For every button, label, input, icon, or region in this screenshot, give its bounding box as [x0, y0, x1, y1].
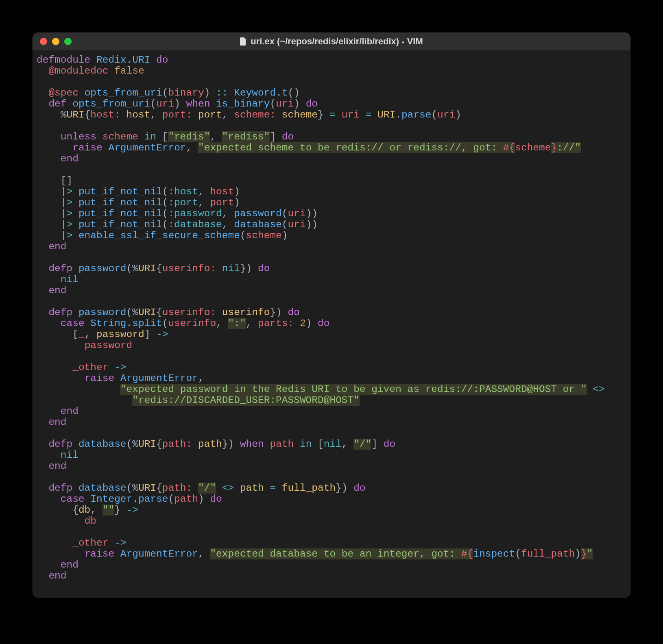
code-line: end: [37, 406, 626, 417]
code-line: [37, 120, 626, 131]
code-line: end: [37, 241, 626, 252]
code-line: def opts_from_uri(uri) when is_binary(ur…: [37, 98, 626, 109]
window-title: uri.ex (~/repos/redis/elixir/lib/redix) …: [33, 36, 630, 47]
code-line: []: [37, 175, 626, 186]
document-icon: [240, 37, 246, 46]
code-line: raise ArgumentError, "expected database …: [37, 548, 626, 559]
code-line: case Integer.parse(path) do: [37, 494, 626, 505]
code-line: "redis://DISCARDED_USER:PASSWORD@HOST": [37, 395, 626, 406]
code-line: defp database(%URI{path: path}) when pat…: [37, 439, 626, 450]
code-line: "expected password in the Redis URI to b…: [37, 384, 626, 395]
code-line: {db, ""} ->: [37, 505, 626, 516]
code-line: end: [37, 285, 626, 296]
code-line: end: [37, 461, 626, 472]
code-line: db: [37, 516, 626, 527]
code-line: nil: [37, 274, 626, 285]
code-line: [37, 472, 626, 483]
minimize-button[interactable]: [52, 38, 59, 45]
window-title-text: uri.ex (~/repos/redis/elixir/lib/redix) …: [251, 36, 423, 47]
code-line: @moduledoc false: [37, 65, 626, 76]
code-line: defp password(%URI{userinfo: nil}) do: [37, 263, 626, 274]
code-line: @spec opts_from_uri(binary) :: Keyword.t…: [37, 87, 626, 98]
code-line: |> put_if_not_nil(:port, port): [37, 197, 626, 208]
code-line: raise ArgumentError,: [37, 373, 626, 384]
code-line: [37, 296, 626, 307]
code-line: nil: [37, 450, 626, 461]
code-line: [37, 252, 626, 263]
maximize-button[interactable]: [64, 38, 72, 45]
code-line: [37, 527, 626, 537]
code-line: end: [37, 559, 626, 570]
code-line: |> put_if_not_nil(:database, database(ur…: [37, 219, 626, 230]
code-line: [37, 428, 626, 439]
code-line: [37, 164, 626, 175]
close-button[interactable]: [40, 38, 47, 45]
code-line: _other ->: [37, 362, 626, 373]
code-editor[interactable]: defmodule Redix.URI do @moduledoc false …: [33, 50, 630, 598]
code-line: [37, 76, 626, 87]
code-line: case String.split(userinfo, ":", parts: …: [37, 318, 626, 329]
code-line: defp database(%URI{path: "/" <> path = f…: [37, 483, 626, 494]
code-line: [_, password] ->: [37, 329, 626, 340]
code-line: end: [37, 570, 626, 581]
code-line: _other ->: [37, 537, 626, 548]
code-line: raise ArgumentError, "expected scheme to…: [37, 142, 626, 153]
code-line: |> put_if_not_nil(:host, host): [37, 186, 626, 197]
code-line: defmodule Redix.URI do: [37, 54, 626, 65]
traffic-lights: [33, 38, 72, 45]
code-line: unless scheme in ["redis", "rediss"] do: [37, 131, 626, 142]
code-line: %URI{host: host, port: port, scheme: sch…: [37, 109, 626, 120]
code-line: end: [37, 153, 626, 164]
code-line: defp password(%URI{userinfo: userinfo}) …: [37, 307, 626, 318]
code-line: |> put_if_not_nil(:password, password(ur…: [37, 208, 626, 219]
code-line: end: [37, 417, 626, 428]
editor-window: uri.ex (~/repos/redis/elixir/lib/redix) …: [33, 33, 630, 598]
code-line: password: [37, 340, 626, 351]
code-line: [37, 351, 626, 362]
code-line: |> enable_ssl_if_secure_scheme(scheme): [37, 230, 626, 241]
titlebar: uri.ex (~/repos/redis/elixir/lib/redix) …: [33, 33, 630, 50]
